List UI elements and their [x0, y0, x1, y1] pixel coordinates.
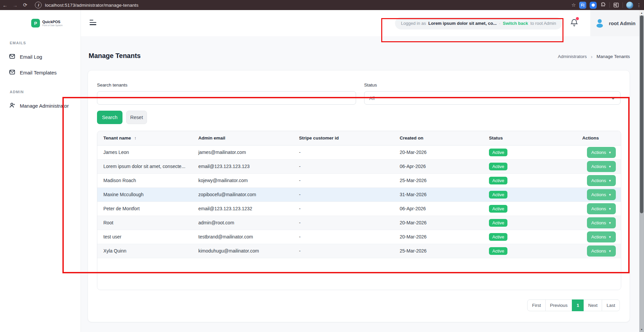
search-input[interactable]: [97, 91, 356, 105]
side-panel-search-icon[interactable]: [613, 2, 619, 8]
app-logo[interactable]: P QuickPOS Point of Sale System: [31, 19, 81, 27]
cell-tenant-name: Lorem ipsum dolor sit amet, consecte...: [97, 159, 192, 173]
user-icon: [9, 102, 15, 110]
cell-tenant-name: James Leon: [97, 145, 192, 159]
row-actions-button[interactable]: Actions▼: [587, 203, 616, 214]
impersonation-banner: Logged in as Lorem ipsum dolor sit amet,…: [395, 17, 562, 30]
breadcrumb-parent[interactable]: Administrators: [558, 54, 587, 59]
actions-label: Actions: [591, 234, 606, 239]
column-created-on[interactable]: Created on: [394, 131, 483, 145]
sidebar-item-email-templates[interactable]: Email Templates: [9, 69, 81, 76]
cell-created-on: 06-Apr-2026: [394, 159, 483, 173]
email-icon: [9, 53, 15, 61]
sidebar: P QuickPOS Point of Sale System EMAILS E…: [0, 10, 81, 332]
sidebar-item-label: Email Templates: [20, 70, 57, 75]
cell-stripe-id: -: [293, 145, 394, 159]
page-title: Manage Tenants: [89, 52, 141, 60]
user-name: root Admin: [609, 20, 635, 26]
sidebar-item-email-log[interactable]: Email Log: [9, 53, 81, 61]
browser-menu-icon[interactable]: ⋮: [637, 2, 641, 8]
sidebar-section-admin: ADMIN: [10, 90, 81, 94]
extensions-puzzle-icon[interactable]: [600, 2, 606, 8]
user-menu[interactable]: root Admin: [590, 10, 639, 36]
row-actions-button[interactable]: Actions▼: [587, 189, 616, 200]
cell-admin-email: admin@root.com: [192, 216, 293, 230]
table-row[interactable]: test user testbrand@mailinator.com - 20-…: [97, 230, 621, 244]
row-actions-button[interactable]: Actions▼: [587, 175, 616, 186]
extension-f-icon[interactable]: F|: [579, 2, 586, 9]
table-row[interactable]: Lorem ipsum dolor sit amet, consecte... …: [97, 159, 621, 173]
cell-tenant-name: Maxine Mccullough: [97, 187, 192, 202]
status-badge: Active: [489, 247, 507, 255]
row-actions-button[interactable]: Actions▼: [587, 231, 616, 242]
table-row[interactable]: Madison Roach kojewy@mailinator.com - 25…: [97, 173, 621, 187]
table-row[interactable]: Root admin@root.com - 20-Mar-2026 Active…: [97, 216, 621, 230]
pagination-next[interactable]: Next: [584, 299, 602, 311]
row-actions-button[interactable]: Actions▼: [587, 147, 616, 158]
search-label: Search tenants: [97, 82, 128, 88]
impersonation-suffix: to root Admin: [530, 21, 556, 26]
menu-toggle-icon[interactable]: [90, 20, 96, 25]
table-row[interactable]: Peter de Montfort email@123.123.123.1232…: [97, 202, 621, 216]
main-content: Manage Tenants Administrators › Manage T…: [81, 36, 639, 332]
column-tenant-name[interactable]: Tenant name ↑: [97, 131, 192, 145]
address-bar[interactable]: localhost:5173/administrator/manage-tena…: [45, 3, 139, 8]
row-actions-button[interactable]: Actions▼: [587, 245, 616, 257]
status-label: Status: [364, 82, 377, 88]
row-actions-button[interactable]: Actions▼: [587, 161, 616, 172]
chevron-down-icon: [611, 95, 615, 101]
cell-admin-email: james@mailinator.com: [192, 145, 293, 159]
browser-forward-icon[interactable]: →: [10, 2, 20, 8]
impersonation-tenant: Lorem ipsum dolor sit amet, co...: [428, 21, 497, 26]
pagination-last[interactable]: Last: [602, 299, 620, 311]
scroll-down-icon[interactable]: ▼: [639, 327, 644, 332]
caret-down-icon: ▼: [608, 165, 611, 168]
cell-stripe-id: -: [293, 202, 394, 216]
browser-profile-avatar[interactable]: [626, 2, 633, 9]
sort-asc-icon: ↑: [134, 135, 137, 141]
column-admin-email[interactable]: Admin email: [192, 131, 293, 145]
sidebar-section-emails: EMAILS: [10, 41, 81, 45]
table-empty-area: [97, 258, 621, 290]
table-row[interactable]: James Leon james@mailinator.com - 20-Mar…: [97, 145, 621, 159]
avatar-icon: [594, 17, 605, 29]
row-actions-button[interactable]: Actions▼: [587, 217, 616, 228]
cell-tenant-name: Xyla Quinn: [97, 244, 192, 258]
pagination-page-1[interactable]: 1: [572, 299, 584, 311]
column-status[interactable]: Status: [483, 131, 576, 145]
switch-back-link[interactable]: Switch back: [503, 21, 528, 26]
sidebar-item-manage-administrator[interactable]: Manage Administrator: [9, 102, 81, 110]
cell-tenant-name: test user: [97, 230, 192, 244]
status-badge: Active: [489, 163, 507, 170]
pagination: First Previous 1 Next Last: [527, 299, 620, 311]
cell-created-on: 20-Mar-2026: [394, 145, 483, 159]
extension-gear-icon[interactable]: ✽: [590, 2, 597, 9]
column-stripe-id[interactable]: Stripe customer id: [293, 131, 394, 145]
search-button[interactable]: Search: [97, 111, 122, 124]
page-scrollbar[interactable]: ▲ ▼: [639, 10, 644, 332]
pagination-previous[interactable]: Previous: [545, 299, 573, 311]
status-badge: Active: [489, 149, 507, 156]
reset-button[interactable]: Reset: [126, 111, 147, 124]
cell-admin-email: email@123.123.123.123: [192, 159, 293, 173]
browser-reload-icon[interactable]: ⟳: [20, 2, 30, 8]
scrollbar-thumb[interactable]: [640, 15, 643, 213]
logo-name: QuickPOS: [42, 20, 62, 24]
tenants-card: Search tenants Status All Search Reset T…: [88, 70, 630, 322]
table-row[interactable]: Xyla Quinn kimoduhugu@mailinator.com - 2…: [97, 244, 621, 258]
site-info-icon[interactable]: i: [35, 2, 42, 8]
bookmark-star-icon[interactable]: ☆: [572, 2, 576, 8]
table-row-highlighted[interactable]: Maxine Mccullough zopibocefu@mailinator.…: [97, 187, 621, 202]
pagination-first[interactable]: First: [527, 299, 545, 311]
notifications-button[interactable]: [570, 18, 578, 28]
toolbar-divider: [623, 2, 623, 8]
logo-tagline: Point of Sale System: [42, 24, 62, 26]
scroll-up-icon[interactable]: ▲: [639, 10, 644, 15]
browser-back-icon[interactable]: ←: [0, 2, 10, 8]
chevron-right-icon: ›: [591, 54, 592, 59]
cell-tenant-name: Madison Roach: [97, 173, 192, 187]
cell-created-on: 25-Mar-2026: [394, 244, 483, 258]
status-select[interactable]: All: [364, 91, 621, 105]
column-actions: Actions: [576, 131, 621, 145]
caret-down-icon: ▼: [608, 221, 611, 225]
